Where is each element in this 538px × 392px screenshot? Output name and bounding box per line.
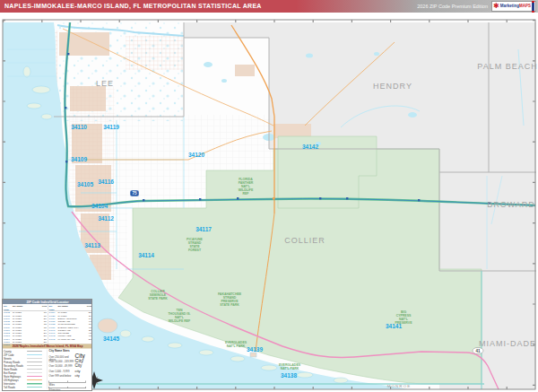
index-row: 34145 MARCO ISLAND D8 bbox=[49, 337, 92, 340]
legend-swatch bbox=[27, 379, 42, 380]
logo-text: MarketingMAPS bbox=[500, 4, 531, 9]
miles-scale-bar bbox=[49, 381, 86, 383]
svg-text:41: 41 bbox=[475, 349, 481, 353]
legend-swatch bbox=[27, 383, 42, 385]
scale-bars: Miles Kilometers bbox=[49, 381, 92, 392]
col-grid: Grid bbox=[41, 305, 47, 311]
logo-text-bottom: MAPS bbox=[519, 4, 531, 8]
index-header-row: ZIP Code ZIP Name Grid bbox=[49, 305, 92, 311]
legend-swatch bbox=[27, 372, 42, 373]
legend-swatch bbox=[27, 387, 42, 388]
title-bar: NAPLES-IMMOKALEE-MARCO ISLAND, FL METROP… bbox=[0, 0, 538, 13]
km-label: Kilometers bbox=[49, 389, 92, 392]
legend-swatch bbox=[27, 354, 42, 355]
miles-label: Miles bbox=[49, 383, 92, 386]
city-sample: city bbox=[75, 374, 80, 378]
zip-index-table: ZIP Code ZIP Name Grid 34102 NAPLES C7 3… bbox=[3, 304, 92, 344]
legend-swatch bbox=[27, 351, 42, 352]
legend-swatch bbox=[27, 362, 42, 362]
logo-star-icon: ✱ bbox=[493, 3, 499, 10]
col-zip: ZIP Code bbox=[4, 305, 13, 311]
city-sample: city bbox=[75, 369, 81, 373]
i75-shield: 75 bbox=[130, 190, 139, 196]
city-size-row: Over 999 and below city bbox=[49, 374, 92, 379]
col-zip: ZIP Code bbox=[49, 305, 58, 311]
col-name: ZIP Name bbox=[58, 305, 87, 311]
legend-symbol-list: County ZIP Code Streets Primary Roads bbox=[4, 350, 47, 389]
legend-panel[interactable]: ZIP Code Index/Grid Locator ZIP Code ZIP… bbox=[2, 299, 92, 391]
legend-swatch bbox=[27, 376, 42, 377]
index-header-row: ZIP Code ZIP Name Grid bbox=[4, 305, 47, 311]
edition-label: 2026 ZIP Code Premium Edition bbox=[417, 0, 488, 13]
legend-map-title: 2026 Naples-Immokalee-Marco Island, FL M… bbox=[3, 344, 92, 349]
city-sample: City bbox=[75, 363, 82, 368]
col-name: ZIP Name bbox=[13, 305, 41, 311]
map-title: NAPLES-IMMOKALEE-MARCO ISLAND, FL METROP… bbox=[4, 0, 262, 13]
brand-logo[interactable]: ✱ MarketingMAPS bbox=[491, 1, 536, 12]
col-grid: Grid bbox=[86, 305, 91, 311]
legend-item: Toll Roads bbox=[4, 386, 47, 389]
legend-swatch bbox=[27, 369, 42, 370]
logo-badge-icon bbox=[532, 1, 534, 13]
logo-text-top: Marketing bbox=[500, 4, 519, 8]
legend-swatch bbox=[27, 365, 42, 366]
svg-text:75: 75 bbox=[132, 191, 137, 196]
legend-swatch bbox=[27, 358, 42, 359]
km-scale-bar bbox=[49, 387, 86, 388]
us41-shield: 41 bbox=[473, 347, 483, 353]
